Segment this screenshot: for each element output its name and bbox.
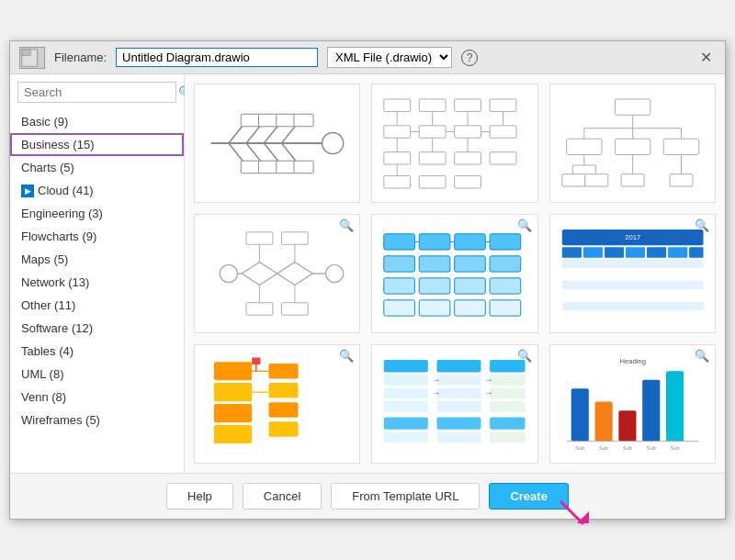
- zoom-icon-8: 🔍: [517, 349, 532, 363]
- category-item-cloud[interactable]: ▶ Cloud (41): [10, 179, 184, 202]
- svg-rect-108: [561, 281, 703, 290]
- svg-line-158: [561, 502, 582, 523]
- help-icon-circle[interactable]: ?: [461, 50, 478, 66]
- category-item-charts[interactable]: Charts (5): [10, 156, 184, 179]
- template-cell-2[interactable]: [371, 84, 537, 203]
- svg-rect-102: [626, 247, 645, 258]
- svg-rect-104: [668, 247, 687, 258]
- help-button[interactable]: Help: [166, 483, 233, 510]
- cancel-button[interactable]: Cancel: [243, 483, 322, 510]
- svg-text:→: →: [432, 387, 441, 398]
- footer: Help Cancel From Template URL Create: [10, 473, 725, 519]
- from-template-url-button[interactable]: From Template URL: [331, 483, 480, 510]
- svg-rect-147: [571, 388, 588, 441]
- svg-rect-119: [268, 383, 298, 398]
- svg-rect-133: [490, 375, 525, 386]
- svg-rect-92: [455, 300, 486, 316]
- svg-rect-106: [561, 260, 703, 269]
- svg-rect-50: [566, 139, 601, 154]
- svg-rect-134: [490, 388, 525, 399]
- category-item-basic[interactable]: Basic (9): [10, 110, 184, 133]
- svg-rect-42: [420, 176, 447, 188]
- svg-rect-142: [490, 417, 525, 429]
- search-box[interactable]: 🔍: [17, 82, 176, 103]
- svg-rect-37: [420, 152, 447, 164]
- svg-rect-38: [455, 152, 481, 164]
- zoom-icon-5: 🔍: [517, 218, 532, 232]
- category-item-venn[interactable]: Venn (8): [10, 386, 184, 409]
- template-cell-7[interactable]: 🔍: [194, 344, 360, 464]
- category-item-engineering[interactable]: Engineering (3): [10, 202, 184, 225]
- svg-rect-110: [561, 302, 703, 311]
- svg-marker-64: [242, 263, 277, 286]
- svg-text:Sub: Sub: [575, 445, 584, 451]
- svg-rect-109: [561, 291, 703, 300]
- svg-rect-100: [583, 247, 603, 258]
- template-cell-1[interactable]: [194, 84, 360, 203]
- template-cell-3[interactable]: [549, 84, 716, 203]
- cloud-icon: ▶: [21, 185, 34, 197]
- svg-point-66: [326, 264, 344, 282]
- filetype-select[interactable]: XML File (.drawio) PNG File (.png) SVG F…: [327, 47, 452, 68]
- svg-rect-90: [384, 300, 415, 316]
- svg-rect-82: [384, 256, 415, 272]
- svg-rect-99: [561, 247, 581, 258]
- svg-text:→: →: [485, 387, 494, 398]
- svg-text:Heading: Heading: [619, 357, 645, 365]
- svg-rect-145: [490, 432, 525, 443]
- category-item-maps[interactable]: Maps (5): [10, 248, 184, 271]
- svg-rect-51: [615, 139, 650, 154]
- category-item-uml[interactable]: UML (8): [10, 363, 184, 386]
- svg-rect-1: [22, 49, 30, 55]
- svg-rect-91: [420, 300, 451, 316]
- svg-rect-130: [437, 375, 481, 386]
- filename-input[interactable]: [116, 48, 318, 67]
- svg-rect-118: [268, 364, 298, 379]
- search-input[interactable]: [24, 85, 178, 99]
- category-item-flowcharts[interactable]: Flowcharts (9): [10, 225, 184, 248]
- title-bar: Filename: XML File (.drawio) PNG File (.…: [10, 41, 725, 74]
- svg-rect-88: [455, 278, 486, 294]
- template-cell-5[interactable]: 🔍: [371, 214, 537, 333]
- category-item-wireframes[interactable]: Wireframes (5): [10, 409, 184, 431]
- svg-rect-127: [384, 375, 428, 386]
- svg-text:Sub: Sub: [599, 445, 608, 451]
- category-list: Basic (9) Business (15) Charts (5) ▶ Clo…: [10, 110, 184, 465]
- template-cell-9[interactable]: 🔍 Heading Sub Sub: [549, 344, 716, 464]
- zoom-icon-9: 🔍: [695, 349, 709, 363]
- svg-rect-151: [666, 371, 684, 442]
- svg-rect-79: [420, 234, 451, 250]
- svg-rect-21: [420, 99, 447, 111]
- close-button[interactable]: ✕: [696, 47, 716, 68]
- svg-rect-111: [561, 312, 703, 321]
- svg-rect-148: [594, 402, 612, 442]
- svg-rect-143: [384, 432, 428, 443]
- file-icon: [19, 47, 45, 69]
- svg-rect-115: [214, 425, 252, 443]
- category-item-network[interactable]: Network (13): [10, 271, 184, 294]
- svg-rect-23: [490, 99, 516, 111]
- svg-rect-141: [437, 417, 481, 429]
- category-item-software[interactable]: Software (12): [10, 317, 184, 340]
- svg-rect-101: [605, 247, 624, 258]
- svg-rect-107: [561, 270, 703, 279]
- svg-rect-14: [294, 114, 313, 126]
- svg-rect-44: [615, 99, 650, 115]
- svg-rect-57: [561, 174, 584, 186]
- category-item-other[interactable]: Other (11): [10, 294, 184, 317]
- template-cell-4[interactable]: 🔍: [194, 214, 360, 333]
- template-cell-6[interactable]: 🔍 2017: [549, 214, 716, 333]
- svg-marker-65: [277, 263, 312, 286]
- svg-rect-30: [420, 126, 447, 138]
- zoom-icon-7: 🔍: [339, 349, 354, 363]
- svg-rect-89: [490, 278, 521, 294]
- template-cell-8[interactable]: 🔍: [371, 344, 537, 464]
- svg-rect-129: [384, 401, 428, 412]
- templates-area[interactable]: 🔍: [185, 74, 725, 473]
- svg-rect-86: [384, 278, 415, 294]
- category-item-business[interactable]: Business (15): [10, 133, 184, 156]
- svg-rect-131: [437, 388, 481, 399]
- svg-rect-83: [420, 256, 451, 272]
- help-icon-label: ?: [467, 51, 473, 64]
- category-item-tables[interactable]: Tables (4): [10, 340, 184, 363]
